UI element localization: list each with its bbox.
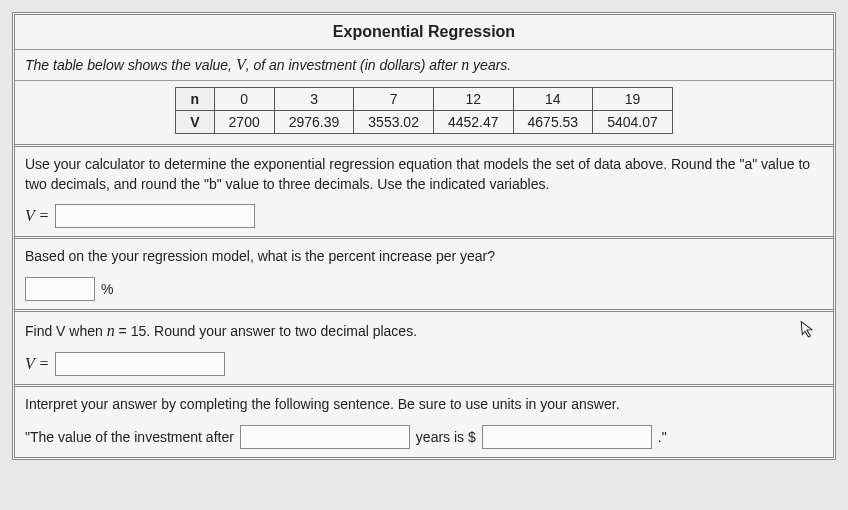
table-row-n: n 0 3 7 12 14 19 [176,88,673,111]
q4-sentence-post: ." [658,429,667,445]
data-table: n 0 3 7 12 14 19 V 2700 2976.39 3553.02 … [175,87,673,134]
subtitle-text-post: years. [469,57,511,73]
cell: 14 [513,88,593,111]
cell: 3553.02 [354,111,434,134]
q3-post: = 15. Round your answer to two decimal p… [115,323,417,339]
v-at-15-input[interactable] [55,352,225,376]
question-4-text: Interpret your answer by completing the … [25,395,823,415]
question-2: Based on the your regression model, what… [15,236,833,309]
cell: 3 [274,88,354,111]
problem-title: Exponential Regression [15,15,833,50]
q3-label: V = [25,355,49,373]
table-row-v: V 2700 2976.39 3553.02 4452.47 4675.53 5… [176,111,673,134]
regression-equation-input[interactable] [55,204,255,228]
subtitle-text-pre: The table below shows the value, [25,57,236,73]
question-4: Interpret your answer by completing the … [15,384,833,457]
problem-subtitle: The table below shows the value, V, of a… [15,50,833,81]
mouse-cursor-icon [800,319,816,342]
q1-label: V = [25,207,49,225]
row-header-n: n [176,88,214,111]
years-input[interactable] [240,425,410,449]
cell: 4675.53 [513,111,593,134]
cell: 4452.47 [433,111,513,134]
q4-sentence-pre: "The value of the investment after [25,429,234,445]
question-3-text: Find V when n = 15. Round your answer to… [25,320,823,342]
q4-sentence-mid: years is $ [416,429,476,445]
cell: 0 [214,88,274,111]
q3-var: n [107,322,115,339]
cell: 12 [433,88,513,111]
percent-suffix: % [101,281,113,297]
q3-pre: Find V when [25,323,107,339]
question-3: Find V when n = 15. Round your answer to… [15,309,833,384]
dollar-value-input[interactable] [482,425,652,449]
subtitle-text-mid: , of an investment (in dollars) after [246,57,462,73]
question-2-text: Based on the your regression model, what… [25,247,823,267]
data-table-wrap: n 0 3 7 12 14 19 V 2700 2976.39 3553.02 … [15,81,833,144]
cell: 19 [593,88,673,111]
variable-V: V [236,56,246,73]
cell: 2976.39 [274,111,354,134]
cell: 7 [354,88,434,111]
cell: 2700 [214,111,274,134]
problem-container: Exponential Regression The table below s… [12,12,836,460]
question-1: Use your calculator to determine the exp… [15,144,833,236]
question-1-text: Use your calculator to determine the exp… [25,155,823,194]
percent-increase-input[interactable] [25,277,95,301]
cell: 5404.07 [593,111,673,134]
row-header-v: V [176,111,214,134]
